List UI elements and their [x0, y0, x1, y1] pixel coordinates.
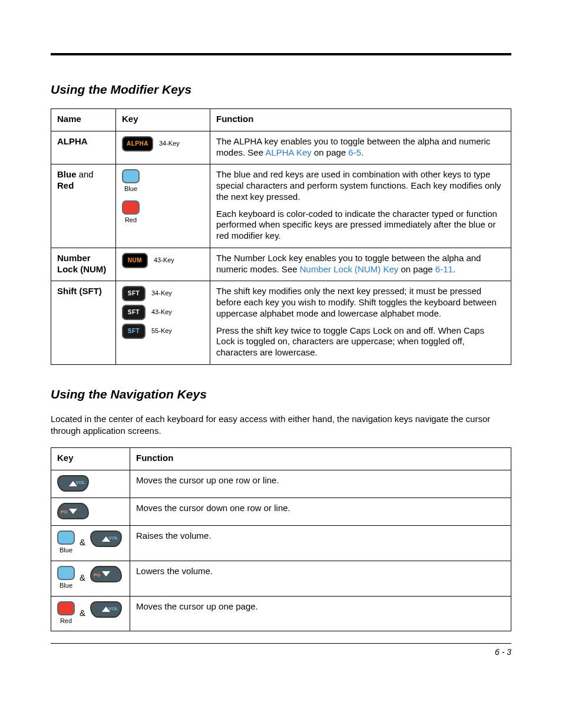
table-row: Blue & VOL Raises the volume. — [51, 526, 511, 561]
row-function: Moves the cursor up one page. — [130, 596, 511, 631]
row-function: The shift key modifies only the next key… — [210, 281, 511, 365]
text: . — [453, 264, 455, 274]
table-row: ALPHA ALPHA 34-Key The ALPHA key enables… — [51, 131, 511, 164]
row-name: ALPHA — [57, 136, 88, 146]
text: and — [77, 169, 94, 179]
row-function: Moves the cursor up one row or line. — [130, 470, 511, 498]
key-note: 55-Key — [151, 327, 172, 335]
pg-label: PG — [61, 509, 68, 515]
col-header-function: Function — [130, 448, 511, 470]
table-row: VOL Moves the cursor up one row or line. — [51, 470, 511, 498]
key-label: Red — [125, 216, 137, 225]
text: on page — [312, 147, 349, 157]
nav-down-key-icon: PG — [57, 503, 89, 519]
key-label: Red — [60, 617, 72, 625]
blue-key-icon — [57, 531, 75, 545]
col-header-key: Key — [51, 448, 130, 470]
key-label: Blue — [59, 546, 72, 555]
key-note: 34-Key — [151, 289, 172, 298]
sft-key-icon: SFT — [122, 305, 146, 320]
ampersand: & — [80, 572, 85, 584]
text: Each keyboard is color-coded to indicate… — [216, 209, 505, 242]
row-function: The Number Lock key enables you to toggl… — [210, 248, 511, 281]
sft-key-icon: SFT — [122, 324, 146, 339]
nav-up-key-icon: VOL — [90, 531, 122, 547]
table-row: Number Lock (NUM) NUM 43-Key The Number … — [51, 248, 511, 281]
table-row: Blue & PG Lowers the volume. — [51, 561, 511, 596]
row-function: Moves the cursor down one row or line. — [130, 498, 511, 526]
vol-label: VOL — [109, 606, 118, 612]
text: Red — [57, 180, 74, 190]
xref-link[interactable]: ALPHA Key — [265, 147, 311, 157]
section1-title: Using the Modifier Keys — [51, 83, 511, 97]
xref-page-link[interactable]: 6-5 — [348, 147, 361, 157]
arrow-down-icon — [102, 571, 110, 577]
blue-key-icon — [122, 169, 140, 183]
row-name: Number Lock (NUM) — [57, 253, 106, 274]
red-key-icon — [122, 200, 140, 215]
alpha-key-icon: ALPHA — [122, 136, 153, 151]
blue-key-icon — [57, 566, 75, 580]
table-row: Red & VOL Moves the cursor up one page. — [51, 596, 511, 631]
row-function: The blue and red keys are used in combin… — [210, 164, 511, 248]
col-header-key: Key — [116, 109, 210, 131]
vol-label: VOL — [109, 535, 118, 541]
table-row: Shift (SFT) SFT 34-Key SFT 43-Key SFT — [51, 281, 511, 365]
table-row: Blue and Red Blue Red — [51, 164, 511, 248]
text: The blue and red keys are used in combin… — [216, 169, 505, 202]
text: . — [361, 147, 363, 157]
key-note: 43-Key — [151, 308, 172, 317]
table-row: PG Moves the cursor down one row or line… — [51, 498, 511, 526]
nav-up-key-icon: VOL — [90, 601, 122, 618]
col-header-function: Function — [210, 109, 511, 131]
text: Blue — [57, 169, 77, 179]
pg-label: PG — [94, 572, 101, 578]
row-function: The ALPHA key enables you to toggle betw… — [210, 131, 511, 164]
page-number: 6 - 3 — [495, 647, 511, 657]
ampersand: & — [80, 537, 85, 548]
page-footer: 6 - 3 — [51, 643, 511, 657]
top-rule — [51, 53, 511, 55]
col-header-name: Name — [51, 109, 116, 131]
key-note: 43-Key — [154, 256, 174, 265]
navigation-keys-table: Key Function VOL Moves the cursor up one… — [51, 447, 511, 631]
text: The shift key modifies only the next key… — [216, 286, 505, 319]
key-note: 34-Key — [159, 140, 180, 148]
sft-key-icon: SFT — [122, 286, 146, 301]
vol-label: VOL — [76, 480, 85, 486]
key-label: Blue — [124, 185, 137, 193]
section2-title: Using the Navigation Keys — [51, 387, 511, 401]
nav-down-key-icon: PG — [90, 566, 122, 582]
text: Press the shift key twice to toggle Caps… — [216, 325, 505, 358]
red-key-icon — [57, 601, 75, 615]
row-name: Shift (SFT) — [57, 286, 102, 296]
row-function: Raises the volume. — [130, 526, 511, 561]
arrow-down-icon — [69, 509, 77, 514]
modifier-keys-table: Name Key Function ALPHA ALPHA 34-Key The… — [51, 108, 511, 365]
ampersand: & — [80, 608, 85, 619]
nav-up-key-icon: VOL — [57, 475, 89, 492]
text: on page — [398, 264, 435, 274]
key-label: Blue — [59, 582, 72, 590]
xref-page-link[interactable]: 6-11 — [435, 264, 453, 274]
num-key-icon: NUM — [122, 253, 148, 268]
section2-intro: Located in the center of each keyboard f… — [51, 413, 511, 437]
row-function: Lowers the volume. — [130, 561, 511, 596]
xref-link[interactable]: Number Lock (NUM) Key — [300, 264, 399, 274]
row-name: Blue and Red — [51, 164, 116, 248]
